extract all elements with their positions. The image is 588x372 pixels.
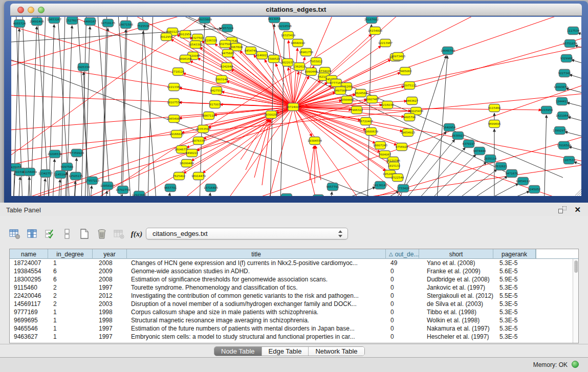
- memory-ok-icon[interactable]: [572, 361, 579, 368]
- graph-edge[interactable]: [58, 180, 60, 196]
- graph-edge[interactable]: [90, 186, 92, 196]
- graph-edge[interactable]: [203, 107, 293, 173]
- column-header-short[interactable]: short: [419, 249, 493, 259]
- scrollbar-thumb[interactable]: [574, 260, 578, 273]
- table-row[interactable]: 1938455462009Genome-wide association stu…: [10, 267, 578, 275]
- graph-edge[interactable]: [231, 69, 293, 107]
- graph-edge[interactable]: [570, 75, 581, 82]
- graph-node[interactable]: [281, 194, 292, 196]
- graph-node[interactable]: [313, 195, 324, 196]
- table-cell[interactable]: Stergiakouli et al. (2012): [419, 292, 493, 300]
- table-cell[interactable]: 1: [48, 324, 93, 333]
- table-cell[interactable]: 1997: [93, 324, 127, 333]
- table-cell[interactable]: 5.3E-5: [493, 259, 536, 267]
- graph-edge[interactable]: [11, 52, 293, 107]
- table-cell[interactable]: 9777169: [10, 308, 48, 316]
- tab-node-table[interactable]: Node Table: [214, 347, 262, 356]
- new-file-button[interactable]: [79, 228, 90, 239]
- table-cell[interactable]: 5.3E-5: [493, 300, 536, 308]
- table-cell[interactable]: 5.3E-5: [493, 324, 536, 333]
- table-cell[interactable]: 1: [48, 259, 93, 267]
- table-cell[interactable]: de Silva et al. (2003): [419, 300, 493, 308]
- graph-edge[interactable]: [85, 27, 90, 196]
- table-cell[interactable]: Estimation of the future numbers of pati…: [127, 324, 386, 333]
- table-cell[interactable]: 5.6E-5: [493, 267, 536, 275]
- table-cell[interactable]: 18724007: [10, 259, 48, 267]
- table-cell[interactable]: 1: [48, 308, 93, 316]
- table-cell[interactable]: 9115460: [10, 283, 48, 292]
- table-cell[interactable]: 22420046: [10, 292, 48, 300]
- table-cell[interactable]: 6: [48, 275, 93, 283]
- graph-edge[interactable]: [575, 45, 581, 52]
- table-cell[interactable]: 2009: [93, 267, 127, 275]
- table-vertical-scrollbar[interactable]: [573, 259, 578, 343]
- graph-edge[interactable]: [53, 159, 55, 196]
- table-cell[interactable]: 9465546: [10, 324, 48, 333]
- graph-edge[interactable]: [436, 169, 497, 196]
- graph-edge[interactable]: [36, 17, 50, 196]
- column-header-name[interactable]: name: [10, 249, 48, 259]
- table-cell[interactable]: 1: [48, 333, 93, 341]
- table-row[interactable]: 946362711997Embryonic stem cells: a mode…: [10, 333, 578, 341]
- table-row[interactable]: 977716911998Corpus callosum shape and si…: [10, 308, 578, 316]
- table-row[interactable]: 911546021997Tourette syndrome. Phenomeno…: [10, 283, 578, 292]
- table-cell[interactable]: 0: [386, 283, 419, 292]
- table-cell[interactable]: 0: [386, 275, 419, 283]
- table-cell[interactable]: 1998: [93, 316, 127, 324]
- graph-edge[interactable]: [367, 25, 372, 196]
- table-row[interactable]: 1830029562008Estimation of significance …: [10, 275, 578, 283]
- table-cell[interactable]: Jankovic et al. (1997): [419, 283, 493, 292]
- column-header-pagerank[interactable]: pagerank: [493, 249, 536, 259]
- table-cell[interactable]: Nakamura et al. (1997): [419, 324, 493, 333]
- tab-edge-table[interactable]: Edge Table: [262, 347, 309, 356]
- table-cell[interactable]: 14569117: [10, 300, 48, 308]
- trash-button[interactable]: [96, 228, 107, 239]
- table-cell[interactable]: 2: [48, 300, 93, 308]
- graph-edge[interactable]: [293, 107, 389, 196]
- table-cell[interactable]: Tibbo et al. (1998): [419, 308, 493, 316]
- table-cell[interactable]: 0: [386, 267, 419, 275]
- table-cell[interactable]: Structural magnetic resonance image aver…: [127, 316, 386, 324]
- graph-edge[interactable]: [415, 155, 476, 196]
- graph-edge[interactable]: [96, 17, 112, 196]
- table-cell[interactable]: Genome-wide association studies in ADHD.: [127, 267, 386, 275]
- table-cell[interactable]: 1: [48, 316, 93, 324]
- table-cell[interactable]: Embryonic stem cells: a model to study s…: [127, 333, 386, 341]
- graph-edge[interactable]: [293, 107, 312, 137]
- table-cell[interactable]: Yano et al. (2008): [419, 259, 493, 267]
- table-cell[interactable]: 6: [48, 267, 93, 275]
- network-canvas[interactable]: 1872400740557242069140610653267152760764…: [11, 17, 581, 196]
- table-cell[interactable]: 9463627: [10, 333, 48, 341]
- window-titlebar[interactable]: citations_edges.txt: [10, 4, 582, 16]
- table-cell[interactable]: Wolkin et al. (1998): [419, 316, 493, 324]
- table-cell[interactable]: 0: [386, 308, 419, 316]
- table-cell[interactable]: Investigating the contribution of common…: [127, 292, 386, 300]
- table-cell[interactable]: 49: [386, 259, 419, 267]
- table-cell[interactable]: Franke et al. (2009): [419, 267, 493, 275]
- graph-edge[interactable]: [101, 17, 107, 196]
- table-cell[interactable]: Tourette syndrome. Phenomenology and cla…: [127, 283, 386, 292]
- function-builder-button[interactable]: f(x): [131, 228, 142, 239]
- table-row[interactable]: 969969511998Structural magnetic resonanc…: [10, 316, 578, 324]
- graph-edge[interactable]: [293, 107, 328, 196]
- table-cell[interactable]: Corpus callosum shape and size in male p…: [127, 308, 386, 316]
- table-cell[interactable]: Hescheler et al. (1997): [419, 333, 493, 341]
- graph-edge[interactable]: [18, 177, 20, 196]
- column-header-year[interactable]: year: [93, 249, 127, 259]
- table-cell[interactable]: Estimation of significance thresholds fo…: [127, 275, 386, 283]
- table-cell[interactable]: 5.3E-5: [493, 283, 536, 292]
- graph-edge[interactable]: [568, 117, 581, 124]
- table-cell[interactable]: 18300295: [10, 275, 48, 283]
- graph-edge[interactable]: [330, 192, 332, 196]
- close-panel-icon[interactable]: ✕: [574, 205, 581, 214]
- graph-edge[interactable]: [209, 193, 210, 196]
- column-header-title[interactable]: title: [127, 249, 386, 259]
- table-cell[interactable]: 9699695: [10, 316, 48, 324]
- table-cell[interactable]: 1997: [93, 283, 127, 292]
- graph-edge[interactable]: [198, 58, 293, 107]
- graph-edge[interactable]: [293, 107, 403, 132]
- row-height-button[interactable]: [61, 228, 73, 239]
- graph-edge[interactable]: [122, 17, 128, 196]
- graph-edge[interactable]: [572, 60, 581, 67]
- graph-edge[interactable]: [133, 107, 293, 196]
